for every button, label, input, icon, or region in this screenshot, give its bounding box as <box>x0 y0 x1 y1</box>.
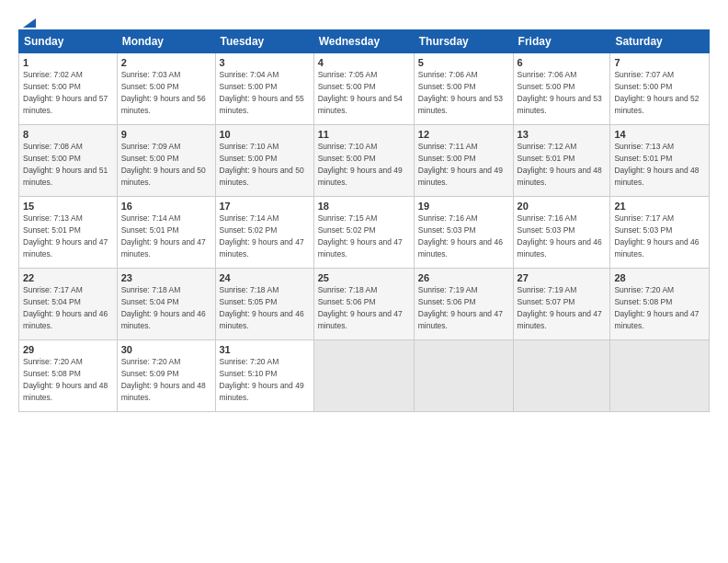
calendar-cell: 20 Sunrise: 7:16 AMSunset: 5:03 PMDaylig… <box>513 197 610 269</box>
logo <box>18 15 37 24</box>
calendar-cell: 15 Sunrise: 7:13 AMSunset: 5:01 PMDaylig… <box>19 197 118 269</box>
calendar-cell: 19 Sunrise: 7:16 AMSunset: 5:03 PMDaylig… <box>414 197 513 269</box>
day-info: Sunrise: 7:16 AMSunset: 5:03 PMDaylight:… <box>418 213 503 259</box>
day-header-saturday: Saturday <box>610 30 710 53</box>
day-info: Sunrise: 7:12 AMSunset: 5:01 PMDaylight:… <box>518 142 602 187</box>
calendar-cell: 5 Sunrise: 7:06 AMSunset: 5:00 PMDayligh… <box>414 53 513 125</box>
calendar-cell: 18 Sunrise: 7:15 AMSunset: 5:02 PMDaylig… <box>313 197 414 269</box>
calendar-cell <box>610 340 710 412</box>
day-info: Sunrise: 7:13 AMSunset: 5:01 PMDaylight:… <box>614 142 699 187</box>
day-info: Sunrise: 7:20 AMSunset: 5:08 PMDaylight:… <box>23 357 108 402</box>
day-header-wednesday: Wednesday <box>313 30 414 53</box>
calendar-cell: 13 Sunrise: 7:12 AMSunset: 5:01 PMDaylig… <box>513 125 610 197</box>
day-info: Sunrise: 7:06 AMSunset: 5:00 PMDaylight:… <box>518 70 602 115</box>
calendar-cell: 16 Sunrise: 7:14 AMSunset: 5:01 PMDaylig… <box>117 197 215 269</box>
day-number: 28 <box>614 272 705 283</box>
svg-marker-0 <box>23 18 36 28</box>
day-number: 2 <box>121 57 211 68</box>
day-info: Sunrise: 7:10 AMSunset: 5:00 PMDaylight:… <box>220 142 304 187</box>
calendar-cell: 3 Sunrise: 7:04 AMSunset: 5:00 PMDayligh… <box>215 53 313 125</box>
calendar-cell: 22 Sunrise: 7:17 AMSunset: 5:04 PMDaylig… <box>19 269 118 340</box>
day-info: Sunrise: 7:19 AMSunset: 5:07 PMDaylight:… <box>518 285 602 330</box>
calendar-week-row: 8 Sunrise: 7:08 AMSunset: 5:00 PMDayligh… <box>19 125 710 197</box>
day-info: Sunrise: 7:08 AMSunset: 5:00 PMDaylight:… <box>23 142 108 187</box>
calendar-week-row: 1 Sunrise: 7:02 AMSunset: 5:00 PMDayligh… <box>19 53 710 125</box>
calendar-week-row: 29 Sunrise: 7:20 AMSunset: 5:08 PMDaylig… <box>19 340 710 412</box>
day-number: 6 <box>518 57 607 68</box>
calendar-cell: 24 Sunrise: 7:18 AMSunset: 5:05 PMDaylig… <box>215 269 313 340</box>
day-info: Sunrise: 7:18 AMSunset: 5:04 PMDaylight:… <box>121 285 206 330</box>
day-header-thursday: Thursday <box>414 30 513 53</box>
day-number: 23 <box>121 272 211 283</box>
calendar-cell: 4 Sunrise: 7:05 AMSunset: 5:00 PMDayligh… <box>313 53 414 125</box>
day-number: 24 <box>220 272 310 283</box>
day-header-friday: Friday <box>513 30 610 53</box>
calendar-cell: 29 Sunrise: 7:20 AMSunset: 5:08 PMDaylig… <box>19 340 118 412</box>
day-number: 11 <box>318 129 410 140</box>
calendar-cell: 1 Sunrise: 7:02 AMSunset: 5:00 PMDayligh… <box>19 53 118 125</box>
day-number: 9 <box>121 129 211 140</box>
day-number: 10 <box>220 129 310 140</box>
calendar-cell: 28 Sunrise: 7:20 AMSunset: 5:08 PMDaylig… <box>610 269 710 340</box>
day-number: 7 <box>614 57 705 68</box>
day-header-tuesday: Tuesday <box>215 30 313 53</box>
calendar-cell: 12 Sunrise: 7:11 AMSunset: 5:00 PMDaylig… <box>414 125 513 197</box>
day-number: 3 <box>220 57 310 68</box>
day-number: 4 <box>318 57 410 68</box>
day-info: Sunrise: 7:09 AMSunset: 5:00 PMDaylight:… <box>121 142 206 187</box>
day-number: 22 <box>23 272 113 283</box>
day-number: 15 <box>23 201 113 212</box>
logo-icon <box>19 15 36 28</box>
day-number: 17 <box>220 201 310 212</box>
day-number: 27 <box>518 272 607 283</box>
day-info: Sunrise: 7:18 AMSunset: 5:05 PMDaylight:… <box>220 285 304 330</box>
calendar-week-row: 15 Sunrise: 7:13 AMSunset: 5:01 PMDaylig… <box>19 197 710 269</box>
day-info: Sunrise: 7:03 AMSunset: 5:00 PMDaylight:… <box>121 70 206 115</box>
calendar-cell: 10 Sunrise: 7:10 AMSunset: 5:00 PMDaylig… <box>215 125 313 197</box>
calendar-cell: 25 Sunrise: 7:18 AMSunset: 5:06 PMDaylig… <box>313 269 414 340</box>
day-info: Sunrise: 7:19 AMSunset: 5:06 PMDaylight:… <box>418 285 503 330</box>
calendar-cell <box>513 340 610 412</box>
day-number: 8 <box>23 129 113 140</box>
calendar-cell: 7 Sunrise: 7:07 AMSunset: 5:00 PMDayligh… <box>610 53 710 125</box>
calendar-cell: 30 Sunrise: 7:20 AMSunset: 5:09 PMDaylig… <box>117 340 215 412</box>
day-number: 21 <box>614 201 705 212</box>
day-number: 14 <box>614 129 705 140</box>
day-number: 5 <box>418 57 509 68</box>
calendar-cell: 27 Sunrise: 7:19 AMSunset: 5:07 PMDaylig… <box>513 269 610 340</box>
day-info: Sunrise: 7:07 AMSunset: 5:00 PMDaylight:… <box>614 70 699 115</box>
day-info: Sunrise: 7:18 AMSunset: 5:06 PMDaylight:… <box>318 285 403 330</box>
day-number: 30 <box>121 344 211 355</box>
calendar-cell: 26 Sunrise: 7:19 AMSunset: 5:06 PMDaylig… <box>414 269 513 340</box>
calendar-table: SundayMondayTuesdayWednesdayThursdayFrid… <box>18 29 710 412</box>
day-info: Sunrise: 7:02 AMSunset: 5:00 PMDaylight:… <box>23 70 108 115</box>
calendar-cell: 2 Sunrise: 7:03 AMSunset: 5:00 PMDayligh… <box>117 53 215 125</box>
day-number: 26 <box>418 272 509 283</box>
day-number: 13 <box>518 129 607 140</box>
day-info: Sunrise: 7:13 AMSunset: 5:01 PMDaylight:… <box>23 213 108 259</box>
day-number: 29 <box>23 344 113 355</box>
calendar-page: SundayMondayTuesdayWednesdayThursdayFrid… <box>0 0 728 563</box>
calendar-cell: 11 Sunrise: 7:10 AMSunset: 5:00 PMDaylig… <box>313 125 414 197</box>
day-info: Sunrise: 7:10 AMSunset: 5:00 PMDaylight:… <box>318 142 403 187</box>
calendar-cell <box>313 340 414 412</box>
calendar-cell: 6 Sunrise: 7:06 AMSunset: 5:00 PMDayligh… <box>513 53 610 125</box>
calendar-week-row: 22 Sunrise: 7:17 AMSunset: 5:04 PMDaylig… <box>19 269 710 340</box>
calendar-cell: 21 Sunrise: 7:17 AMSunset: 5:03 PMDaylig… <box>610 197 710 269</box>
calendar-cell: 8 Sunrise: 7:08 AMSunset: 5:00 PMDayligh… <box>19 125 118 197</box>
calendar-cell: 31 Sunrise: 7:20 AMSunset: 5:10 PMDaylig… <box>215 340 313 412</box>
day-info: Sunrise: 7:06 AMSunset: 5:00 PMDaylight:… <box>418 70 503 115</box>
day-info: Sunrise: 7:17 AMSunset: 5:03 PMDaylight:… <box>614 213 699 259</box>
day-number: 18 <box>318 201 410 212</box>
day-info: Sunrise: 7:05 AMSunset: 5:00 PMDaylight:… <box>318 70 403 115</box>
calendar-cell: 23 Sunrise: 7:18 AMSunset: 5:04 PMDaylig… <box>117 269 215 340</box>
day-info: Sunrise: 7:20 AMSunset: 5:09 PMDaylight:… <box>121 357 206 402</box>
day-info: Sunrise: 7:17 AMSunset: 5:04 PMDaylight:… <box>23 285 108 330</box>
calendar-cell: 9 Sunrise: 7:09 AMSunset: 5:00 PMDayligh… <box>117 125 215 197</box>
day-info: Sunrise: 7:16 AMSunset: 5:03 PMDaylight:… <box>518 213 602 259</box>
day-info: Sunrise: 7:14 AMSunset: 5:01 PMDaylight:… <box>121 213 206 259</box>
calendar-cell <box>414 340 513 412</box>
day-number: 12 <box>418 129 509 140</box>
calendar-header-row: SundayMondayTuesdayWednesdayThursdayFrid… <box>19 30 710 53</box>
day-number: 25 <box>318 272 410 283</box>
